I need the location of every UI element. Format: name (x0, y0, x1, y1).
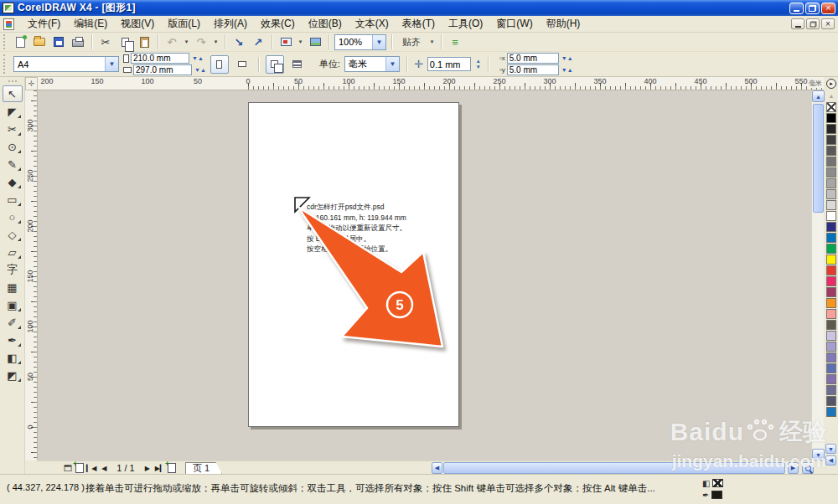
table-tool[interactable]: ▦ (3, 279, 23, 296)
redo-button[interactable]: ↷ (193, 33, 210, 50)
ruler-origin[interactable]: ✛ (25, 77, 38, 90)
color-swatch-16[interactable] (826, 287, 836, 297)
combo-arrow-icon[interactable]: ▼ (105, 57, 118, 71)
vertical-scrollbar[interactable]: ▲ ▼ (811, 90, 824, 460)
menu-item-8[interactable]: 表格(T) (396, 15, 442, 33)
paper-type-combo[interactable]: A4 ▼ (13, 56, 119, 72)
last-page-button[interactable]: ▶▎ (155, 462, 165, 474)
fill-color-swatch[interactable] (712, 479, 723, 487)
color-swatch-11[interactable] (826, 233, 836, 243)
color-swatch-24[interactable] (826, 374, 836, 384)
text-tool[interactable]: 字 (3, 261, 23, 278)
nudge-offset-field[interactable]: 0.1 mm (427, 57, 471, 71)
color-swatch-25[interactable] (826, 385, 836, 395)
outline-color-swatch[interactable] (711, 491, 722, 499)
zoom-level-combo[interactable]: 100% ▼ (334, 34, 386, 50)
redo-dropdown[interactable]: ▾ (212, 33, 220, 50)
freehand-tool[interactable]: ✎ (3, 156, 23, 172)
application-launcher-button[interactable] (277, 33, 294, 50)
add-page-button[interactable] (75, 463, 84, 473)
shape-tool[interactable]: ◤ (3, 103, 23, 120)
cut-button[interactable]: ✂ (97, 33, 114, 50)
navigator-zoom-button[interactable] (802, 462, 814, 474)
save-button[interactable] (50, 33, 67, 50)
page-tab[interactable]: 页 1 (185, 462, 222, 475)
scroll-up-icon[interactable]: ▲ (812, 90, 825, 102)
toolbox-grip[interactable] (8, 80, 17, 82)
paper-width-spinner[interactable]: ▼▲ (192, 55, 204, 61)
scroll-left-icon[interactable]: ◀ (432, 462, 442, 474)
combo-arrow-icon[interactable]: ▼ (372, 35, 385, 49)
horizontal-ruler[interactable]: 毫米 2001501005005010015020025030035040045… (38, 77, 824, 90)
open-button[interactable] (31, 33, 48, 50)
no-color-swatch[interactable] (826, 102, 836, 112)
palette-flyout-button[interactable]: ▸ (826, 79, 836, 89)
color-swatch-26[interactable] (826, 396, 836, 406)
doc-restore-button[interactable] (806, 18, 820, 29)
drawing-workspace[interactable]: cdr怎样打开psd文件.psd w: 160.161 mm, h: 119.9… (38, 90, 811, 460)
outline-tool[interactable]: ✒ (3, 332, 23, 348)
blend-tool[interactable]: ▣ (3, 296, 23, 313)
units-combo[interactable]: 毫米 ▼ (344, 56, 400, 72)
doc-minimize-button[interactable] (791, 18, 804, 29)
welcome-screen-button[interactable] (307, 33, 323, 50)
doc-close-button[interactable]: × (821, 18, 835, 29)
menu-item-11[interactable]: 帮助(H) (540, 15, 587, 33)
color-swatch-8[interactable] (826, 200, 836, 210)
color-swatch-4[interactable] (826, 157, 836, 167)
rectangle-tool[interactable]: ▭ (3, 191, 23, 208)
first-page-button[interactable]: ▎◀ (86, 462, 96, 474)
color-swatch-20[interactable] (826, 331, 836, 341)
new-button[interactable] (12, 33, 28, 50)
nudge-offset-spinner[interactable]: ▲▼ (476, 59, 481, 69)
basic-shapes-tool[interactable]: ▱ (3, 244, 23, 260)
all-pages-button[interactable] (266, 55, 284, 74)
palette-expand-button[interactable]: ◀ (825, 455, 836, 465)
export-button[interactable]: ↗ (250, 33, 266, 50)
menu-item-1[interactable]: 编辑(E) (67, 15, 114, 33)
paper-width-field[interactable]: 210.0 mm (131, 53, 189, 64)
color-swatch-5[interactable] (826, 167, 836, 177)
drawing-page[interactable] (248, 102, 459, 427)
scroll-right-icon[interactable]: ▶ (788, 462, 799, 474)
color-swatch-15[interactable] (826, 276, 836, 286)
options-button[interactable]: ≡ (447, 33, 463, 50)
vertical-ruler[interactable]: 300250200150100500 (25, 90, 38, 460)
duplicate-x-spinner[interactable]: ▼▲ (561, 55, 573, 61)
combo-arrow-icon[interactable]: ▼ (385, 57, 399, 71)
snap-to-button[interactable]: 贴齐 (397, 33, 426, 50)
interactive-fill-tool[interactable]: ◩ (3, 367, 23, 383)
fill-tool[interactable]: ◧ (3, 349, 23, 366)
previous-page-button[interactable]: ◀ (99, 462, 109, 474)
color-swatch-7[interactable] (826, 189, 836, 199)
color-swatch-0[interactable] (826, 113, 836, 123)
color-swatch-6[interactable] (826, 178, 836, 188)
landscape-button[interactable] (233, 55, 251, 74)
color-swatch-21[interactable] (826, 342, 836, 352)
import-button[interactable]: ↘ (230, 33, 247, 50)
duplicate-y-field[interactable]: 5.0 mm (507, 64, 559, 75)
color-swatch-10[interactable] (826, 222, 836, 232)
menu-item-5[interactable]: 效果(C) (254, 15, 302, 33)
color-swatch-14[interactable] (826, 265, 836, 275)
ellipse-tool[interactable]: ○ (3, 208, 23, 225)
crop-tool[interactable]: ✂ (3, 121, 23, 137)
print-button[interactable] (70, 33, 86, 50)
toolbar-grip[interactable] (3, 34, 8, 49)
palette-scroll-down-button[interactable]: ▼ (825, 444, 836, 454)
undo-button[interactable]: ↶ (163, 33, 180, 50)
menu-item-6[interactable]: 位图(B) (302, 15, 349, 33)
horizontal-scroll-thumb[interactable] (443, 462, 785, 474)
zoom-tool[interactable]: ⊙ (3, 138, 23, 155)
smart-fill-tool[interactable]: ◆ (3, 173, 23, 190)
close-button[interactable]: × (821, 3, 835, 14)
next-page-button[interactable]: ▶ (142, 462, 153, 474)
current-page-button[interactable] (288, 55, 307, 74)
color-swatch-13[interactable] (826, 255, 836, 265)
menu-item-10[interactable]: 窗口(W) (489, 15, 539, 33)
color-swatch-2[interactable] (826, 135, 836, 145)
duplicate-x-field[interactable]: 5.0 mm (507, 53, 559, 64)
menu-item-0[interactable]: 文件(F) (21, 15, 67, 33)
color-swatch-27[interactable] (826, 407, 836, 417)
color-swatch-23[interactable] (826, 363, 836, 373)
